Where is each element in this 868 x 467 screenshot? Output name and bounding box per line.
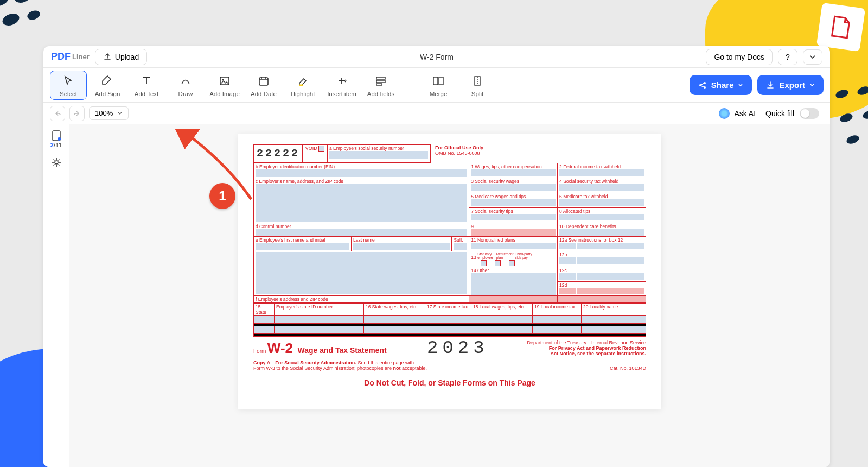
logo-sub: Liner: [72, 53, 90, 61]
share-icon: [698, 81, 707, 90]
svg-rect-11: [376, 84, 382, 85]
quick-fill-label: Quick fill: [765, 109, 794, 118]
plus-icon: [335, 74, 348, 87]
tool-label: Add fields: [367, 91, 395, 97]
tool-add-fields[interactable]: Add fields: [362, 71, 399, 99]
w2-form: 22222 VOID a Employee's social security …: [253, 144, 646, 337]
tool-label: Add Date: [251, 91, 277, 97]
svg-point-7: [222, 79, 224, 80]
tool-split[interactable]: Split: [459, 71, 496, 99]
svg-rect-6: [220, 77, 229, 85]
svg-point-19: [58, 137, 61, 141]
svg-point-1: [13, 0, 33, 5]
tool-add-image[interactable]: Add Image: [206, 71, 243, 99]
upload-icon: [103, 53, 112, 61]
signature-icon: [101, 74, 114, 87]
share-button[interactable]: Share: [690, 75, 752, 95]
upload-label: Upload: [115, 53, 139, 61]
page-canvas[interactable]: 1 22222 VOID a Employee's social securit…: [69, 124, 830, 467]
calendar-icon: [257, 74, 270, 87]
ask-ai-button[interactable]: Ask AI: [719, 108, 756, 119]
ask-ai-label: Ask AI: [734, 109, 756, 118]
svg-rect-13: [439, 77, 443, 85]
undo-button[interactable]: [50, 106, 65, 121]
redo-button[interactable]: [69, 106, 85, 121]
redo-icon: [73, 109, 81, 118]
fields-icon: [374, 74, 387, 87]
svg-point-5: [26, 9, 41, 21]
logo-main: PDF: [51, 51, 71, 62]
tool-label: Split: [471, 91, 483, 97]
w2-footer: Form W-2 Wage and Tax Statement 2023 Dep…: [253, 340, 646, 387]
tool-label: Add Image: [209, 91, 240, 97]
tool-label: Add Text: [135, 91, 159, 97]
go-to-docs-button[interactable]: Go to my Docs: [706, 49, 773, 65]
ai-icon: [719, 108, 730, 119]
svg-point-17: [704, 86, 706, 89]
chevron-down-icon: [809, 83, 815, 88]
svg-rect-9: [376, 77, 385, 79]
tool-label: Add Sign: [95, 91, 120, 97]
tool-label: Insert item: [327, 91, 356, 97]
split-icon: [471, 74, 484, 87]
settings-button[interactable]: [51, 157, 62, 168]
tool-merge[interactable]: Merge: [420, 71, 457, 99]
svg-point-4: [1, 11, 21, 28]
top-header: PDFLiner Upload W-2 Form Go to my Docs ?: [43, 46, 830, 68]
svg-point-16: [704, 82, 706, 84]
tool-label: Draw: [178, 91, 193, 97]
svg-point-20: [55, 161, 58, 164]
tool-label: Highlight: [291, 91, 315, 97]
quick-fill-toggle[interactable]: [800, 108, 819, 119]
decorative-logo-tile: [816, 3, 865, 52]
text-icon: [140, 74, 153, 87]
more-menu-button[interactable]: [803, 49, 822, 65]
decorative-dots-right: [835, 87, 868, 152]
tool-select[interactable]: Select: [50, 71, 87, 100]
tool-highlight[interactable]: Highlight: [284, 71, 321, 99]
help-button[interactable]: ?: [778, 49, 797, 65]
left-sidebar: 2/11: [43, 124, 69, 467]
svg-point-2: [35, 0, 52, 1]
app-logo: PDFLiner: [51, 51, 90, 62]
tool-label: Merge: [430, 91, 448, 97]
upload-button[interactable]: Upload: [95, 49, 147, 65]
zoom-value: 100%: [95, 109, 113, 117]
chevron-down-icon: [738, 83, 743, 88]
annotation-badge: 1: [209, 183, 235, 209]
svg-rect-8: [259, 78, 268, 85]
download-icon: [766, 81, 775, 90]
highlighter-icon: [296, 74, 309, 87]
zoom-dropdown[interactable]: 100%: [89, 106, 129, 120]
document-page: 22222 VOID a Employee's social security …: [238, 134, 661, 409]
annotation-arrow-icon: [145, 129, 254, 216]
svg-rect-12: [433, 77, 438, 85]
sub-toolbar: 100% Ask AI Quick fill: [43, 103, 830, 124]
tool-insert-item[interactable]: Insert item: [323, 71, 360, 99]
merge-icon: [432, 74, 445, 87]
w2-22222: 22222: [257, 147, 300, 160]
export-label: Export: [779, 80, 805, 90]
thumbnails-button[interactable]: 2/11: [50, 130, 62, 148]
page-icon: [50, 130, 62, 142]
tool-label: Select: [60, 91, 77, 97]
main-toolbar: Select Add Sign Add Text Draw Add Image …: [43, 68, 830, 103]
tool-draw[interactable]: Draw: [167, 71, 204, 99]
share-label: Share: [711, 80, 734, 90]
tool-add-sign[interactable]: Add Sign: [89, 71, 126, 99]
content-area: 2/11 1 22222 VOID a Em: [43, 124, 830, 467]
pencil-icon: [179, 74, 192, 87]
app-window: PDFLiner Upload W-2 Form Go to my Docs ?…: [43, 46, 830, 467]
svg-point-0: [0, 0, 10, 8]
tool-add-text[interactable]: Add Text: [128, 71, 165, 99]
document-title: W-2 Form: [420, 53, 454, 61]
image-icon: [218, 74, 231, 87]
tool-add-date[interactable]: Add Date: [245, 71, 282, 99]
export-button[interactable]: Export: [757, 75, 824, 95]
chevron-down-icon: [117, 111, 123, 116]
svg-rect-10: [376, 80, 385, 83]
chevron-down-icon: [809, 53, 816, 61]
page-indicator: 2/11: [50, 142, 62, 148]
gear-icon: [51, 157, 62, 168]
cursor-icon: [62, 74, 75, 87]
